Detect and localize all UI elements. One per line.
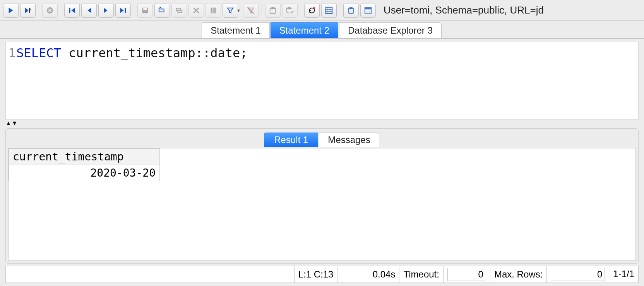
- tab-result-1[interactable]: Result 1: [264, 133, 318, 147]
- insert-row-icon: [158, 6, 166, 15]
- duplicate-row-button[interactable]: [171, 3, 187, 18]
- line-number: 1: [8, 46, 16, 60]
- elapsed-time: 0.04s: [337, 266, 399, 283]
- run-button[interactable]: [3, 3, 19, 18]
- tab-label: Statement 1: [211, 25, 260, 36]
- refresh-button[interactable]: [304, 3, 320, 18]
- grid-button[interactable]: [321, 3, 337, 18]
- svg-rect-10: [211, 7, 212, 13]
- timeout-label: Timeout:: [399, 266, 443, 283]
- first-record-icon: [68, 6, 76, 15]
- timeout-input[interactable]: [447, 268, 486, 281]
- svg-point-14: [287, 7, 292, 9]
- svg-point-15: [313, 7, 315, 9]
- column-header[interactable]: current_timestamp: [9, 149, 160, 165]
- status-spacer: [6, 266, 295, 283]
- database-button[interactable]: [265, 3, 281, 18]
- sql-text: current_timestamp::date;: [61, 46, 248, 60]
- maxrows-field-wrap: [547, 266, 609, 283]
- save-icon: [141, 6, 149, 15]
- tab-label: Database Explorer 3: [348, 25, 433, 36]
- svg-rect-3: [69, 8, 70, 13]
- stop-icon: [46, 6, 54, 15]
- svg-rect-6: [143, 8, 147, 10]
- svg-rect-12: [214, 7, 216, 13]
- svg-rect-11: [212, 7, 214, 13]
- delete-row-button[interactable]: [188, 3, 204, 18]
- filter-icon: [226, 6, 235, 15]
- maxrows-label: Max. Rows:: [490, 266, 547, 283]
- schema-browser-button[interactable]: [343, 3, 359, 18]
- svg-rect-16: [326, 7, 332, 14]
- database-commit-icon: [286, 6, 294, 15]
- tab-statement-2[interactable]: Statement 2: [271, 22, 338, 38]
- next-record-icon: [102, 6, 110, 15]
- play-cursor-icon: I: [24, 6, 32, 15]
- duplicate-row-icon: [175, 6, 183, 15]
- svg-text:I: I: [30, 8, 31, 11]
- database-commit-button[interactable]: [282, 3, 298, 18]
- tab-label: Messages: [328, 134, 370, 145]
- save-button[interactable]: [137, 3, 153, 18]
- table-editor-button[interactable]: [360, 3, 376, 18]
- prev-record-button[interactable]: [81, 3, 97, 18]
- table-editor-icon: [364, 6, 372, 15]
- schema-browser-icon: [347, 6, 355, 15]
- tab-database-explorer-3[interactable]: Database Explorer 3: [339, 22, 442, 38]
- svg-rect-4: [125, 8, 126, 13]
- result-panel: Result 1 Messages current_timestamp 2020…: [5, 128, 639, 264]
- split-handle[interactable]: ▲▼: [5, 120, 639, 127]
- status-bar: L:1 C:13 0.04s Timeout: Max. Rows: 1-1/1: [5, 266, 639, 283]
- main-toolbar: I: [0, 0, 644, 21]
- refresh-icon: [308, 6, 316, 15]
- clear-filter-icon: [247, 6, 255, 15]
- svg-rect-19: [365, 7, 372, 9]
- chevron-down-icon: ▼: [236, 8, 241, 13]
- caret-position: L:1 C:13: [295, 266, 338, 283]
- database-icon: [269, 6, 277, 15]
- last-record-icon: [119, 6, 127, 15]
- prev-record-icon: [85, 6, 93, 15]
- tab-label: Result 1: [274, 134, 308, 145]
- timeout-field-wrap: [444, 266, 490, 283]
- row-range: 1-1/1: [609, 266, 638, 283]
- tab-label: Statement 2: [279, 25, 329, 36]
- sql-editor[interactable]: 1SELECT current_timestamp::date;: [5, 42, 639, 120]
- clear-filter-button[interactable]: [243, 3, 259, 18]
- columns-icon: [209, 6, 218, 15]
- cell[interactable]: 2020-03-20: [9, 165, 160, 181]
- maxrows-input[interactable]: [551, 268, 605, 281]
- svg-rect-9: [178, 10, 182, 13]
- delete-row-icon: [192, 6, 200, 15]
- svg-point-17: [348, 7, 353, 9]
- grid-icon: [325, 6, 333, 15]
- connection-info: User=tomi, Schema=public, URL=jd: [384, 4, 544, 16]
- statement-tabs: Statement 1 Statement 2 Database Explore…: [0, 21, 644, 39]
- tab-statement-1[interactable]: Statement 1: [202, 22, 269, 38]
- table-row[interactable]: 2020-03-20: [9, 165, 160, 181]
- last-record-button[interactable]: [115, 3, 131, 18]
- tab-messages[interactable]: Messages: [319, 133, 379, 147]
- run-current-button[interactable]: I: [20, 3, 36, 18]
- result-tabs: Result 1 Messages: [8, 131, 636, 147]
- columns-button[interactable]: [206, 3, 221, 18]
- sql-keyword: SELECT: [16, 46, 61, 60]
- filter-dropdown[interactable]: ▼: [222, 3, 242, 18]
- result-grid[interactable]: current_timestamp 2020-03-20: [8, 148, 636, 261]
- svg-point-13: [270, 7, 276, 9]
- svg-rect-7: [159, 9, 164, 12]
- stop-button[interactable]: [42, 3, 58, 18]
- insert-row-button[interactable]: [154, 3, 170, 18]
- first-record-button[interactable]: [64, 3, 80, 18]
- play-icon: [7, 6, 15, 15]
- next-record-button[interactable]: [98, 3, 114, 18]
